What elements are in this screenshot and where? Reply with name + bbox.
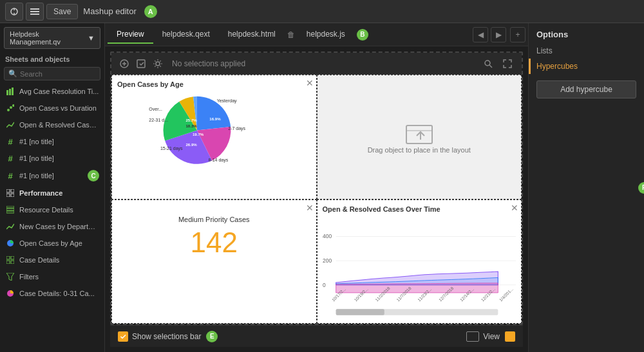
svg-text:26.9%: 26.9% bbox=[185, 142, 197, 147]
center-content: Preview helpdesk.qext helpdesk.html 🗑 he… bbox=[105, 23, 528, 352]
svg-text:2-7 days: 2-7 days bbox=[228, 126, 245, 131]
right-panel-tab-lists[interactable]: Lists bbox=[529, 43, 644, 59]
preview-area: No selections applied Open Cases b bbox=[105, 46, 528, 352]
kpi-title: Medium Priority Cases bbox=[117, 216, 311, 223]
svg-rect-5 bbox=[30, 14, 39, 15]
search-box[interactable]: 🔍 bbox=[4, 67, 100, 80]
canvas-nav-icon[interactable] bbox=[117, 56, 132, 71]
search-canvas-icon[interactable] bbox=[480, 56, 496, 71]
app-selector[interactable]: Helpdesk Management.qv ▼ bbox=[4, 27, 100, 49]
pie-chart-svg: Yesterday 2-7 days 8-14 days 15-21 days … bbox=[117, 91, 311, 199]
hash-icon: # bbox=[5, 153, 15, 163]
kpi-close[interactable]: ✕ bbox=[306, 203, 314, 213]
svg-rect-8 bbox=[12, 88, 14, 95]
pie-chart-title: Open Cases by Age bbox=[117, 80, 311, 88]
drag-icon bbox=[404, 120, 435, 146]
sidebar-item-filters[interactable]: Filters bbox=[0, 268, 104, 285]
sidebar-item-label: #1 [no title] bbox=[19, 154, 54, 162]
svg-rect-3 bbox=[30, 8, 39, 10]
pie-icon bbox=[5, 238, 15, 248]
show-selections-label: Show selections bar bbox=[132, 332, 201, 341]
grid2-icon bbox=[5, 255, 15, 265]
svg-rect-17 bbox=[6, 208, 14, 210]
app-name: Helpdesk Management.qv bbox=[10, 30, 88, 46]
fullscreen-icon[interactable] bbox=[500, 56, 515, 71]
svg-marker-24 bbox=[6, 273, 14, 281]
sidebar-item-no-title-3[interactable]: # #1 [no title] C bbox=[0, 167, 104, 185]
list-icon-btn[interactable] bbox=[26, 3, 44, 21]
sidebar-item-label: Case Details: 0-31 Ca... bbox=[19, 290, 95, 297]
line-chart-close[interactable]: ✕ bbox=[511, 203, 518, 213]
sidebar-item-no-title-2[interactable]: # #1 [no title] bbox=[0, 150, 104, 167]
right-panel: Options Lists Hypercubes Add hypercube F bbox=[528, 23, 644, 352]
sidebar-item-new-cases[interactable]: New Cases by Departm... bbox=[0, 218, 104, 235]
label-f-badge: F bbox=[638, 182, 644, 194]
sidebar-item-case-details-031[interactable]: Case Details: 0-31 Ca... bbox=[0, 285, 104, 302]
canvas-toolbar: No selections applied bbox=[111, 53, 522, 75]
label-b-badge: B bbox=[357, 29, 368, 41]
svg-rect-42 bbox=[406, 125, 432, 144]
tab-preview[interactable]: Preview bbox=[108, 26, 153, 44]
svg-point-10 bbox=[10, 106, 12, 109]
hash-icon: # bbox=[5, 171, 15, 181]
sidebar-item-open-resolved[interactable]: Open & Resolved Case... bbox=[0, 116, 104, 133]
kpi-value: 142 bbox=[117, 228, 311, 257]
search-input[interactable] bbox=[20, 70, 96, 78]
pie-chart-close[interactable]: ✕ bbox=[306, 78, 314, 88]
line-chart-title: Open & Resolved Cases Over Time bbox=[323, 205, 516, 213]
table-icon bbox=[5, 205, 15, 215]
save-button[interactable]: Save bbox=[46, 4, 78, 19]
sidebar-item-label: Filters bbox=[19, 273, 39, 281]
filter-icon bbox=[5, 272, 15, 282]
sidebar-item-label: New Cases by Departm... bbox=[19, 223, 99, 230]
svg-text:8-14 days: 8-14 days bbox=[208, 158, 228, 163]
tab-qext[interactable]: helpdesk.qext bbox=[153, 26, 219, 44]
sidebar-item-label: Open Cases by Age bbox=[19, 239, 82, 247]
svg-rect-23 bbox=[11, 261, 14, 264]
svg-text:19.7%: 19.7% bbox=[193, 132, 204, 136]
svg-text:1/4/201...: 1/4/201... bbox=[498, 286, 513, 302]
sidebar-item-label: Avg Case Resolution Ti... bbox=[19, 88, 99, 95]
sidebar-item-case-details[interactable]: Case Details bbox=[0, 252, 104, 268]
view-button[interactable]: View bbox=[466, 331, 500, 342]
sidebar-item-resource-details[interactable]: Resource Details bbox=[0, 201, 104, 218]
sidebar-item-label: Performance bbox=[19, 189, 62, 197]
svg-rect-7 bbox=[9, 89, 11, 95]
tab-nav-prev[interactable]: ◀ bbox=[473, 27, 488, 42]
svg-rect-59 bbox=[336, 309, 384, 315]
svg-text:Over...: Over... bbox=[149, 107, 162, 111]
svg-text:400: 400 bbox=[323, 233, 332, 239]
sidebar-item-no-title-1[interactable]: # #1 [no title] bbox=[0, 133, 104, 150]
menu-icon-btn[interactable] bbox=[5, 3, 23, 21]
search-icon: 🔍 bbox=[8, 69, 17, 78]
delete-tab-icon[interactable]: 🗑 bbox=[287, 30, 295, 39]
svg-point-9 bbox=[7, 109, 10, 111]
canvas-select-icon[interactable] bbox=[133, 56, 149, 71]
tab-html[interactable]: helpdesk.html bbox=[219, 26, 285, 44]
tab-js[interactable]: helpdesk.js bbox=[298, 26, 354, 44]
sidebar-item-avg-case[interactable]: Avg Case Resolution Ti... bbox=[0, 83, 104, 100]
add-hypercube-button[interactable]: Add hypercube bbox=[536, 80, 636, 98]
sidebar-item-open-cases-duration[interactable]: Open Cases vs Duration bbox=[0, 100, 104, 116]
drag-text: Drag object to place in the layout bbox=[368, 146, 471, 154]
tab-nav-next[interactable]: ▶ bbox=[491, 27, 506, 42]
canvas-toolbar-right bbox=[480, 56, 516, 71]
hash-icon: # bbox=[5, 136, 15, 147]
right-panel-tab-hypercubes[interactable]: Hypercubes bbox=[529, 59, 644, 74]
bottom-bar: Show selections bar E View bbox=[110, 325, 523, 347]
show-selections-checkbox[interactable] bbox=[118, 331, 128, 342]
dropdown-arrow-icon: ▼ bbox=[88, 34, 95, 42]
sidebar-item-open-cases-age[interactable]: Open Cases by Age bbox=[0, 235, 104, 252]
svg-rect-22 bbox=[6, 261, 10, 264]
bar-chart-icon bbox=[5, 86, 15, 97]
view-icon bbox=[466, 331, 479, 342]
canvas-settings-icon[interactable] bbox=[150, 56, 166, 71]
sidebar-item-performance[interactable]: Performance bbox=[0, 185, 104, 201]
tab-bar: Preview helpdesk.qext helpdesk.html 🗑 he… bbox=[105, 23, 528, 46]
top-toolbar: Save Mashup editor A bbox=[0, 0, 644, 23]
svg-rect-20 bbox=[6, 256, 10, 259]
pie2-icon bbox=[5, 288, 15, 299]
tab-add-button[interactable]: + bbox=[510, 27, 526, 42]
sidebar-item-label: #1 [no title] bbox=[19, 172, 54, 180]
mashup-editor-title: Mashup editor bbox=[83, 6, 136, 16]
